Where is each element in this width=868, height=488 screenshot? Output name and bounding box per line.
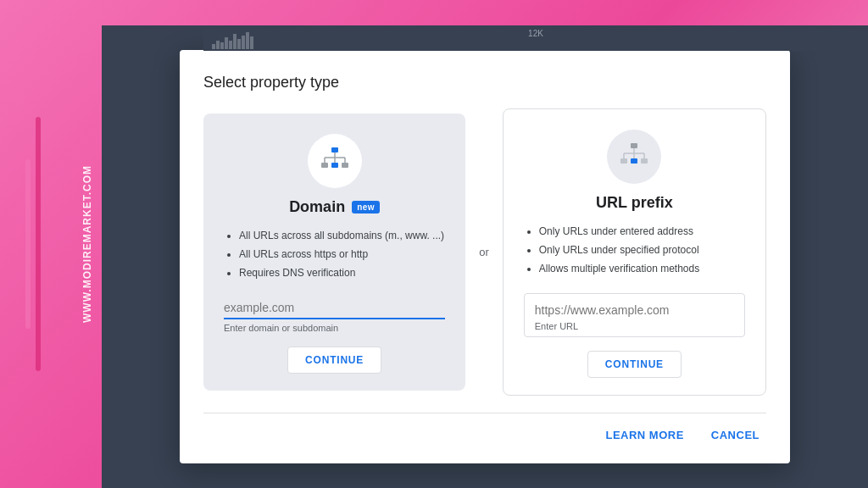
left-decoration (25, 0, 41, 488)
chart-bar (212, 44, 215, 49)
chart-bar (229, 41, 232, 49)
url-input-label: Enter URL (535, 321, 734, 331)
chart-bars (212, 25, 253, 51)
chart-bar (216, 41, 220, 49)
chart-bar (237, 39, 241, 49)
cancel-button[interactable]: CANCEL (704, 424, 766, 446)
svg-rect-16 (631, 158, 637, 164)
url-feature-3: Allows multiple verification methods (539, 261, 745, 276)
url-card[interactable]: URL prefix Only URLs under entered addre… (503, 108, 766, 396)
domain-network-icon (318, 146, 352, 176)
url-input-wrapper: Enter URL (524, 293, 745, 337)
chart-bar (225, 37, 228, 49)
deco-bar-1 (25, 159, 31, 329)
url-card-title: URL prefix (596, 194, 673, 212)
svg-rect-0 (331, 147, 338, 152)
dialog-wrapper: 12K Select property type (102, 25, 868, 488)
domain-input[interactable] (224, 297, 445, 319)
svg-rect-6 (321, 163, 328, 168)
domain-feature-list: All URLs across all subdomains (m., www.… (224, 228, 445, 280)
domain-feature-3: Requires DNS verification (239, 265, 445, 280)
chart-bar (220, 42, 224, 49)
select-property-dialog: Select property type (180, 50, 790, 463)
svg-rect-15 (620, 158, 627, 164)
chart-bar (242, 36, 245, 49)
url-icon-wrapper (524, 130, 745, 184)
url-icon-circle (607, 130, 661, 184)
domain-card-title-row: Domain new (224, 198, 445, 216)
domain-card[interactable]: Domain new All URLs across all subdomain… (203, 114, 465, 391)
domain-continue-wrapper: CONTINUE (224, 347, 445, 374)
chart-bar (246, 32, 249, 49)
domain-feature-2: All URLs across https or http (239, 247, 445, 262)
svg-rect-7 (331, 163, 338, 168)
url-feature-list: Only URLs under entered address Only URL… (524, 224, 745, 276)
svg-rect-17 (641, 158, 648, 164)
domain-card-title: Domain (289, 198, 345, 216)
domain-icon-circle (308, 134, 362, 188)
domain-input-label: Enter domain or subdomain (224, 323, 445, 333)
watermark: WWW.MODIREMARKET.COM (81, 165, 93, 323)
url-card-title-row: URL prefix (524, 194, 745, 212)
svg-rect-8 (342, 163, 348, 168)
url-feature-2: Only URLs under specified protocol (539, 242, 745, 258)
cards-row: Domain new All URLs across all subdomain… (203, 108, 766, 396)
chart-bar (250, 36, 253, 49)
domain-input-group: Enter domain or subdomain (224, 297, 445, 333)
url-continue-wrapper: CONTINUE (524, 351, 745, 378)
chart-area: 12K (203, 25, 868, 51)
url-input[interactable] (535, 303, 734, 317)
learn-more-button[interactable]: LEARN MORE (598, 424, 690, 446)
deco-bar-2 (36, 117, 41, 371)
domain-feature-1: All URLs across all subdomains (m., www.… (239, 228, 445, 243)
domain-icon-wrapper (224, 134, 445, 188)
domain-new-badge: new (352, 201, 380, 214)
dialog-footer: LEARN MORE CANCEL (203, 413, 766, 446)
dialog-title: Select property type (203, 74, 766, 92)
or-separator: or (465, 246, 503, 258)
chart-bar (233, 34, 236, 49)
chart-label: 12K (528, 29, 543, 38)
url-feature-1: Only URLs under entered address (539, 224, 745, 239)
url-network-icon (617, 141, 651, 172)
svg-rect-9 (631, 143, 637, 148)
domain-continue-button[interactable]: CONTINUE (287, 347, 381, 374)
url-continue-button[interactable]: CONTINUE (587, 351, 682, 378)
